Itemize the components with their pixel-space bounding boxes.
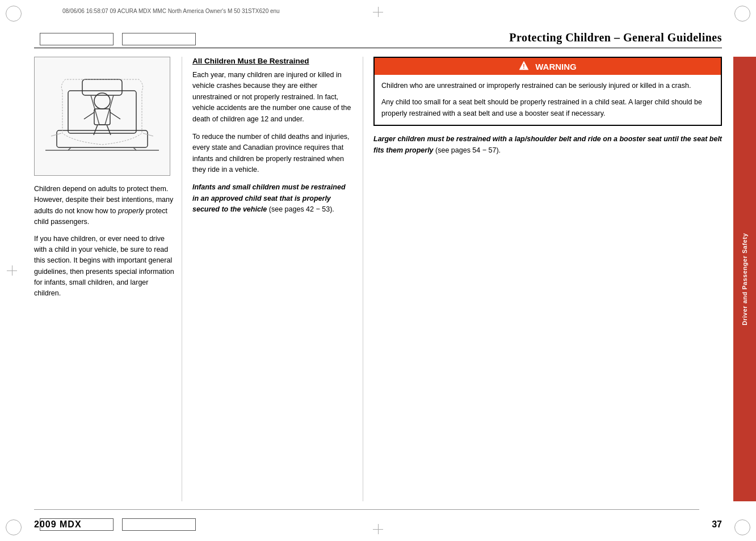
right-column: ! WARNING Children who are unrestrained …: [363, 57, 722, 501]
right-sidebar: Driver and Passenger Safety: [733, 57, 756, 501]
larger-children-bold: Larger children must be restrained with …: [373, 135, 722, 154]
warning-triangle-icon: !: [519, 61, 529, 72]
larger-children-ref: (see pages 54 − 57).: [434, 146, 501, 154]
corner-circle-tr: [734, 6, 750, 22]
svg-line-4: [105, 95, 114, 125]
svg-line-12: [51, 133, 61, 136]
svg-line-3: [91, 95, 99, 125]
left-para-1: Children depend on adults to protect the…: [34, 184, 176, 228]
larger-children-note: Larger children must be restrained with …: [373, 134, 722, 156]
svg-line-9: [110, 112, 120, 119]
bottom-divider: [34, 509, 699, 510]
car-seat-illustration: [34, 57, 170, 176]
warning-para-1: Children who are unrestrained or imprope…: [381, 81, 714, 91]
sidebar-label: Driver and Passenger Safety: [741, 233, 748, 326]
warning-body: Children who are unrestrained or imprope…: [375, 75, 721, 125]
footer: 2009 MDX 37: [34, 519, 722, 530]
warning-label: WARNING: [535, 62, 577, 71]
corner-circle-bl: [6, 519, 22, 535]
mid-para-1: Each year, many children are injured or …: [192, 70, 352, 125]
left-column: Children depend on adults to protect the…: [34, 57, 182, 501]
crosshair-left: [7, 265, 17, 276]
page-container: 08/06/06 16:58:07 09 ACURA MDX MMC North…: [0, 0, 756, 541]
mid-bold-text: Infants and small children must be restr…: [192, 182, 352, 215]
svg-line-8: [84, 112, 94, 119]
svg-text:!: !: [523, 64, 525, 70]
svg-line-13: [143, 133, 153, 136]
warning-box: ! WARNING Children who are unrestrained …: [373, 57, 722, 126]
svg-rect-1: [68, 91, 136, 133]
warning-header: ! WARNING: [375, 58, 721, 75]
car-seat-svg: [40, 62, 165, 170]
mid-column-title: All Children Must Be Restrained: [192, 57, 352, 65]
header-meta: 08/06/06 16:58:07 09 ACURA MDX MMC North…: [62, 8, 280, 14]
main-content: Children depend on adults to protect the…: [34, 57, 722, 501]
corner-circle-br: [734, 519, 750, 535]
page-title-bar: Protecting Children – General Guidelines: [34, 31, 722, 48]
footer-page: 37: [712, 519, 722, 530]
mid-column: All Children Must Be Restrained Each yea…: [182, 57, 363, 501]
mid-para-2: To reduce the number of child deaths and…: [192, 132, 352, 176]
warning-para-2: Any child too small for a seat belt shou…: [381, 97, 714, 119]
warning-triangle-svg: !: [519, 61, 529, 70]
corner-circle-tl: [6, 6, 22, 22]
left-column-text: Children depend on adults to protect the…: [34, 184, 176, 299]
crosshair-top: [373, 7, 383, 17]
page-title: Protecting Children – General Guidelines: [509, 31, 722, 44]
left-para-2: If you have children, or ever need to dr…: [34, 234, 176, 299]
footer-model: 2009 MDX: [34, 519, 82, 530]
